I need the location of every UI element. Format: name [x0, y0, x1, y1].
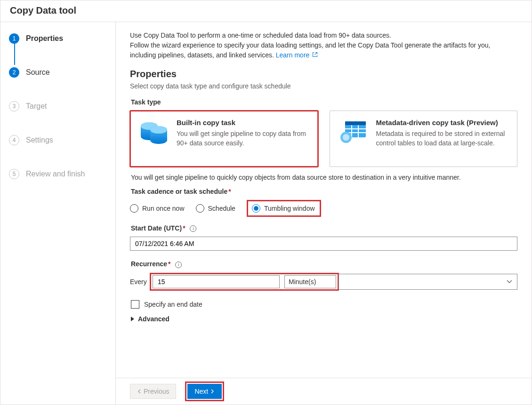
- cadence-label-text: Task cadence or task schedule: [131, 188, 227, 195]
- step-target[interactable]: 3 Target: [9, 98, 111, 114]
- radio-tumbling-window[interactable]: Tumbling window: [252, 204, 315, 213]
- radio-icon: [196, 204, 204, 213]
- radio-run-once[interactable]: Run once now: [130, 204, 185, 213]
- card-text: Built-in copy task You will get single p…: [177, 119, 309, 148]
- main-panel: Use Copy Data Tool to perform a one-time…: [116, 22, 532, 405]
- info-icon[interactable]: i: [175, 262, 182, 268]
- step-label: Settings: [26, 136, 53, 144]
- card-metadata-driven-task[interactable]: Metadata-driven copy task (Preview) Meta…: [330, 111, 518, 167]
- task-type-cards: Built-in copy task You will get single p…: [130, 111, 517, 167]
- step-label: Properties: [26, 34, 63, 43]
- info-icon[interactable]: i: [190, 225, 196, 232]
- step-review[interactable]: 5 Review and finish: [9, 166, 111, 182]
- properties-heading: Properties: [130, 69, 517, 79]
- card-title: Built-in copy task: [177, 119, 309, 127]
- step-number-icon: 3: [9, 101, 19, 111]
- step-number-icon: 4: [9, 135, 19, 145]
- checkbox-icon: [131, 300, 139, 309]
- card-builtin-copy-task[interactable]: Built-in copy task You will get single p…: [130, 111, 318, 167]
- svg-rect-5: [345, 121, 366, 125]
- cadence-radio-group: Run once now Schedule Tumbling window: [130, 200, 517, 217]
- intro-line1: Use Copy Data Tool to perform a one-time…: [130, 32, 391, 39]
- window-title: Copy Data tool: [0, 0, 532, 22]
- wizard-sidebar: 1 Properties 2 Source 3 Target 4 Setting…: [0, 22, 116, 405]
- svg-point-11: [343, 134, 349, 141]
- properties-subtext: Select copy data task type and configure…: [130, 82, 517, 90]
- recurrence-value-input[interactable]: [153, 275, 280, 288]
- recurrence-unit-display[interactable]: Minute(s): [284, 275, 336, 288]
- step-source[interactable]: 2 Source: [9, 64, 111, 80]
- chevron-down-icon: [507, 279, 512, 285]
- step-label: Review and finish: [26, 170, 85, 178]
- task-type-note: You will get single pipeline to quickly …: [131, 174, 517, 181]
- card-desc: Metadata is required to be stored in ext…: [376, 129, 509, 148]
- previous-button: Previous: [130, 384, 176, 399]
- next-button[interactable]: Next: [187, 384, 222, 399]
- intro-text: Use Copy Data Tool to perform a one-time…: [130, 31, 517, 60]
- required-asterisk: *: [183, 224, 185, 232]
- card-desc: You will get single pipeline to copy dat…: [177, 129, 309, 148]
- content-area: Use Copy Data Tool to perform a one-time…: [116, 22, 532, 378]
- step-settings[interactable]: 4 Settings: [9, 132, 111, 148]
- copy-data-tool-window: Copy Data tool 1 Properties 2 Source 3 T…: [0, 0, 532, 405]
- radio-label: Run once now: [142, 205, 185, 212]
- external-link-icon: [312, 52, 318, 57]
- recurrence-label: Recurrence* i: [131, 260, 517, 268]
- body: 1 Properties 2 Source 3 Target 4 Setting…: [0, 22, 532, 405]
- recurrence-unit-select[interactable]: [339, 274, 517, 290]
- previous-label: Previous: [144, 388, 169, 395]
- cadence-label: Task cadence or task schedule*: [131, 188, 517, 195]
- required-asterisk: *: [168, 260, 170, 268]
- end-date-checkbox-row[interactable]: Specify an end date: [131, 300, 517, 309]
- step-properties[interactable]: 1 Properties: [9, 31, 111, 47]
- next-label: Next: [194, 388, 208, 395]
- advanced-expander[interactable]: Advanced: [131, 315, 517, 323]
- radio-icon: [130, 204, 138, 213]
- step-number-icon: 2: [9, 67, 19, 78]
- step-label: Source: [26, 68, 50, 77]
- learn-more-label: Learn more: [276, 51, 310, 59]
- radio-schedule[interactable]: Schedule: [196, 204, 235, 213]
- step-number-icon: 5: [9, 169, 19, 179]
- start-date-label: Start Date (UTC)* i: [131, 224, 517, 232]
- task-type-label: Task type: [131, 98, 517, 106]
- radio-label: Tumbling window: [264, 205, 315, 212]
- recurrence-row: Every Minute(s): [130, 273, 517, 291]
- highlight-box: Minute(s): [150, 273, 339, 291]
- chevron-right-icon: [210, 389, 215, 394]
- chevron-left-icon: [137, 389, 142, 394]
- database-icon: [139, 119, 168, 146]
- wizard-footer: Previous Next: [116, 378, 532, 405]
- step-connector: [14, 42, 15, 65]
- step-label: Target: [26, 102, 47, 111]
- table-lens-icon: [339, 119, 368, 146]
- start-date-input[interactable]: [130, 237, 517, 251]
- card-title: Metadata-driven copy task (Preview): [376, 119, 509, 127]
- radio-icon-selected: [252, 204, 260, 213]
- highlight-box: Tumbling window: [247, 200, 321, 217]
- triangle-right-icon: [131, 317, 134, 321]
- required-asterisk: *: [228, 188, 231, 195]
- start-date-label-text: Start Date (UTC): [131, 224, 182, 232]
- advanced-label: Advanced: [138, 315, 169, 323]
- svg-point-3: [150, 126, 167, 134]
- learn-more-link[interactable]: Learn more: [276, 51, 318, 59]
- every-label: Every: [130, 278, 150, 286]
- card-text: Metadata-driven copy task (Preview) Meta…: [376, 119, 509, 148]
- recurrence-label-text: Recurrence: [131, 260, 167, 268]
- radio-label: Schedule: [208, 205, 235, 212]
- end-date-checkbox-label: Specify an end date: [144, 301, 202, 308]
